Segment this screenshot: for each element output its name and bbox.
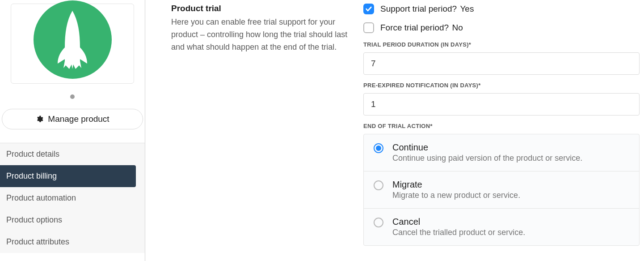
section-form: Support trial period? Yes Force trial pe… [363, 4, 644, 261]
trial-duration-label: TRIAL PERIOD DURATION (IN DAYS)* [363, 41, 640, 48]
end-action-desc: Continue using paid version of the produ… [392, 154, 582, 163]
main-panel: Product trial Here you can enable free t… [145, 0, 644, 261]
sidebar-item-product-attributes[interactable]: Product attributes [0, 231, 145, 253]
sidebar-item-product-billing[interactable]: Product billing [0, 165, 136, 187]
rocket-icon [52, 11, 93, 69]
sidebar-item-product-automation[interactable]: Product automation [0, 187, 145, 209]
end-action-title: Continue [392, 142, 582, 153]
end-action-cancel[interactable]: Cancel Cancel the trialled product or se… [364, 209, 639, 245]
product-logo [34, 0, 112, 79]
end-of-trial-label: END OF TRIAL ACTION* [363, 123, 640, 129]
force-trial-row: Force trial period? No [363, 22, 640, 33]
support-trial-label: Support trial period? Yes [380, 4, 474, 14]
end-action-migrate[interactable]: Migrate Migrate to a new product or serv… [364, 171, 639, 209]
force-trial-value: No [452, 23, 463, 32]
radio-icon [374, 218, 383, 227]
product-image-card [11, 4, 134, 84]
support-trial-value: Yes [460, 4, 474, 13]
trial-duration-input[interactable] [363, 52, 640, 75]
support-trial-row: Support trial period? Yes [363, 4, 640, 14]
sidebar-item-product-details[interactable]: Product details [0, 143, 145, 165]
check-icon [365, 5, 372, 13]
manage-product-label: Manage product [48, 114, 109, 124]
sidebar: Manage product Product details Product b… [0, 0, 145, 261]
gear-icon [35, 115, 43, 123]
sidebar-item-product-options[interactable]: Product options [0, 209, 145, 231]
section-title: Product trial [171, 4, 350, 13]
end-action-desc: Cancel the trialled product or service. [392, 228, 525, 237]
sidebar-nav: Product details Product billing Product … [0, 143, 145, 253]
force-trial-label: Force trial period? No [380, 23, 463, 33]
manage-product-button[interactable]: Manage product [2, 109, 143, 129]
end-action-title: Cancel [392, 217, 525, 227]
end-of-trial-group: Continue Continue using paid version of … [363, 134, 640, 246]
end-action-title: Migrate [392, 180, 520, 190]
preexpire-input[interactable] [363, 93, 640, 116]
section-header: Product trial Here you can enable free t… [171, 4, 363, 261]
end-action-continue[interactable]: Continue Continue using paid version of … [364, 134, 639, 171]
section-description: Here you can enable free trial support f… [171, 16, 350, 54]
force-trial-checkbox[interactable] [363, 22, 374, 33]
preexpire-label: PRE-EXPIRED NOTIFICATION (IN DAYS)* [363, 82, 640, 89]
pager-dot [70, 94, 75, 99]
end-action-desc: Migrate to a new product or service. [392, 191, 520, 200]
radio-icon [374, 180, 383, 190]
support-trial-checkbox[interactable] [363, 4, 374, 14]
radio-icon [374, 143, 383, 153]
